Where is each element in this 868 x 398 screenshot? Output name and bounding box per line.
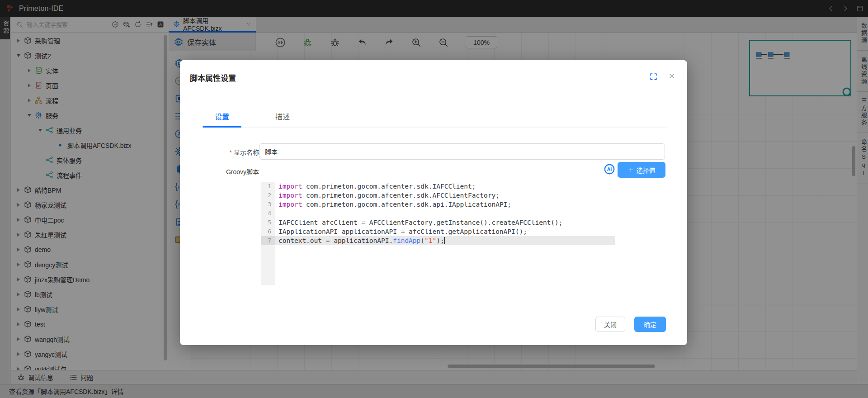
fullscreen-icon[interactable]: [650, 73, 657, 81]
primeton-ide-app: Primeton-IDE 资源 AIA 采购管理测试2实体页面流程服务通用业务脚…: [0, 0, 868, 398]
plus-icon: [628, 167, 634, 173]
code-text: import com.primeton.gocom.afcenter.sdk.A…: [275, 191, 500, 200]
tab-description[interactable]: 描述: [263, 111, 302, 128]
modal-tabs: 设置 描述: [203, 111, 302, 128]
groovy-script-label: Groovy脚本: [187, 167, 259, 176]
code-text: import com.primeton.gocom.afcenter.sdk.a…: [275, 200, 511, 209]
code-text: import com.primeton.gocom.afcenter.sdk.I…: [275, 182, 476, 191]
line-number: 7: [261, 236, 275, 245]
display-name-label: *显示名称: [187, 147, 259, 156]
code-line: 5IAFCClient afcClient = AFCClientFactory…: [261, 218, 615, 227]
code-text: IApplicationAPI applicationAPI = afcClie…: [275, 227, 527, 236]
svg-text:AI: AI: [607, 166, 612, 172]
close-button[interactable]: 关闭: [595, 317, 625, 332]
line-number: 6: [261, 227, 275, 236]
line-number: 4: [261, 209, 275, 218]
script-properties-modal: 脚本属性设置 设置 描述 *显示名称 Groovy脚本 AI 选择值 1impo…: [180, 60, 687, 345]
line-number: 2: [261, 191, 275, 200]
select-value-button[interactable]: 选择值: [618, 162, 665, 178]
code-line: 7context.out = applicationAPI.findApp("1…: [261, 236, 615, 245]
ok-button[interactable]: 确定: [634, 317, 666, 332]
display-name-input[interactable]: [259, 143, 665, 160]
code-text: [275, 209, 278, 218]
code-line: 3import com.primeton.gocom.afcenter.sdk.…: [261, 200, 615, 209]
ai-generate-icon[interactable]: AI: [604, 163, 615, 175]
code-line: 6IApplicationAPI applicationAPI = afcCli…: [261, 227, 615, 236]
code-line: 2import com.primeton.gocom.afcenter.sdk.…: [261, 191, 615, 200]
line-number: 1: [261, 182, 275, 191]
code-text: IAFCClient afcClient = AFCClientFactory.…: [275, 218, 563, 227]
modal-close-icon[interactable]: [668, 72, 675, 80]
line-number: 3: [261, 200, 275, 209]
tab-settings[interactable]: 设置: [203, 111, 241, 128]
groovy-code-editor[interactable]: 1import com.primeton.gocom.afcenter.sdk.…: [261, 182, 615, 285]
code-line: 4: [261, 209, 615, 218]
code-line: 1import com.primeton.gocom.afcenter.sdk.…: [261, 182, 615, 191]
text-cursor: [444, 237, 445, 244]
modal-title: 脚本属性设置: [190, 72, 236, 83]
line-number: 5: [261, 218, 275, 227]
code-text: context.out = applicationAPI.findApp("1"…: [275, 236, 445, 245]
